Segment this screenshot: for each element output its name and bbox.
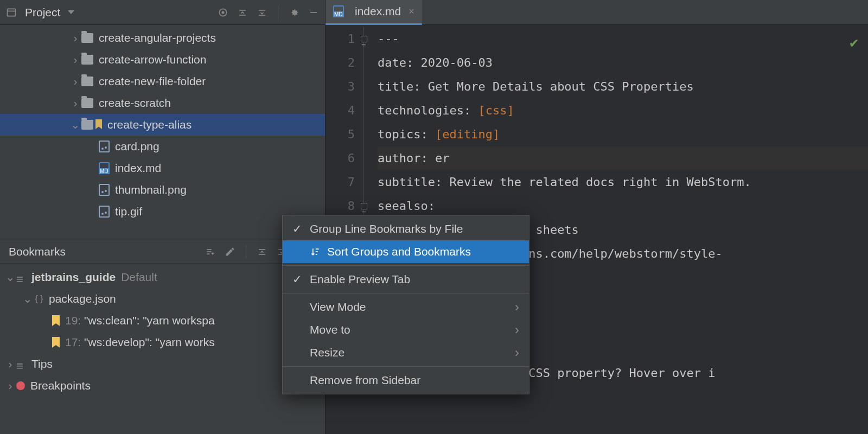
expand-all-icon[interactable] [256,246,268,258]
bookmark-line-text: "ws:clean": "yarn workspa [84,314,215,327]
fold-marker [363,146,373,170]
bookmark-file[interactable]: ⌄ { } package.json [0,288,325,310]
list-icon [16,273,27,282]
project-folder-item[interactable]: ›create-angular-projects [0,27,325,49]
code-line[interactable]: author: er [378,146,868,170]
menu-item-label: Enable Preview Tab [310,273,410,286]
bookmark-group-breakpoints[interactable]: › Breakpoints [0,375,325,397]
bookmark-group-name: jetbrains_guide [31,271,116,284]
code-line[interactable]: title: Get More Details about CSS Proper… [378,75,868,99]
menu-item-label: Sort Groups and Bookmarks [327,245,471,258]
chevron-right-icon[interactable]: › [4,358,16,371]
project-tree[interactable]: ›create-angular-projects›create-arrow-fu… [0,25,325,239]
line-number: 3 [326,75,355,99]
fold-marker [363,123,373,146]
menu-item-label: Remove from Sidebar [310,374,420,387]
select-opened-file-icon[interactable] [217,7,229,18]
fold-marker[interactable] [363,27,373,51]
bookmark-line-number: 17 [65,336,78,349]
collapse-all-icon[interactable] [256,7,268,18]
project-folder-item[interactable]: ›create-scratch [0,92,325,114]
menu-item[interactable]: Resize [283,341,529,364]
list-icon [16,360,27,368]
project-dropdown-icon[interactable] [68,10,74,14]
tree-item-label: create-new-file-folder [99,75,206,88]
markdown-file-icon [333,5,344,17]
project-folder-item[interactable]: ›create-new-file-folder [0,71,325,92]
project-file-item[interactable]: index.md [0,157,325,179]
chevron-right-icon[interactable]: › [4,379,16,392]
code-line[interactable]: date: 2020-06-03 [378,51,868,75]
code-line[interactable]: topics: [editing] [378,123,868,146]
chevron-down-icon[interactable]: ⌄ [4,271,16,284]
gear-icon[interactable] [288,7,300,18]
project-file-item[interactable]: tip.gif [0,201,325,222]
tree-item-label: index.md [115,162,161,175]
tree-item-label: thumbnail.png [115,183,187,196]
folder-icon [81,55,93,65]
json-file-icon: { } [34,293,44,305]
hide-icon[interactable] [308,7,320,18]
tree-item-label: create-angular-projects [99,31,216,44]
bookmark-file-name: package.json [49,292,116,305]
image-file-icon [99,141,110,152]
markdown-file-icon [99,162,110,174]
bookmarks-tree[interactable]: ⌄ jetbrains_guide Default ⌄ { } package.… [0,264,325,434]
chevron-right-icon[interactable]: › [69,97,81,110]
bookmarks-title[interactable]: Bookmarks [9,245,66,258]
project-folder-item[interactable]: ›create-arrow-function [0,49,325,71]
bookmark-line[interactable]: 19: "ws:clean": "yarn workspa [0,310,325,331]
menu-item[interactable]: Enable Preview Tab [283,268,529,291]
tab-label: index.md [355,5,401,18]
project-file-item[interactable]: card.png [0,136,325,157]
chevron-down-icon[interactable]: ⌄ [69,118,81,131]
inspection-ok-icon[interactable]: ✔ [850,30,858,54]
project-window-icon [5,7,17,18]
menu-item[interactable]: Move to [283,318,529,341]
bookmark-line-number: 19 [65,314,78,327]
bookmark-group-tips[interactable]: › Tips [0,353,325,375]
tree-item-label: create-type-alias [107,118,192,131]
fold-marker [363,51,373,75]
bookmark-group[interactable]: ⌄ jetbrains_guide Default [0,266,325,288]
bookmark-line[interactable]: 17: "ws:develop": "yarn works [0,331,325,353]
breakpoint-icon [16,381,25,390]
chevron-right-icon[interactable]: › [69,31,81,44]
svg-rect-0 [8,9,16,16]
chevron-right-icon[interactable]: › [69,75,81,88]
project-tool-title[interactable]: Project [25,6,60,19]
menu-item[interactable]: View Mode [283,296,529,318]
breakpoints-label: Breakpoints [30,379,91,392]
line-number: 7 [326,170,355,194]
toolbar-separator [278,6,278,19]
menu-item[interactable]: Remove from Sidebar [283,369,529,392]
project-folder-item[interactable]: ⌄create-type-alias [0,114,325,136]
close-icon[interactable]: × [409,6,414,17]
fold-marker [363,75,373,99]
menu-separator [283,293,529,293]
editor-tab[interactable]: index.md × [326,0,422,25]
code-line[interactable]: subtitle: Review the related docs right … [378,170,868,194]
menu-item-label: Move to [310,323,350,336]
menu-separator [283,265,529,266]
bookmarks-tool-header: Bookmarks [0,239,325,264]
menu-item[interactable]: Group Line Bookmarks by File [283,218,529,240]
code-line[interactable]: --- [378,27,868,51]
code-line[interactable]: technologies: [css] [378,99,868,123]
chevron-down-icon[interactable]: ⌄ [22,292,34,305]
folder-icon [81,120,93,130]
project-file-item[interactable]: thumbnail.png [0,179,325,201]
chevron-right-icon[interactable]: › [69,53,81,66]
fold-marker [363,99,373,123]
bookmark-group-badge: Default [121,271,157,284]
menu-item-label: View Mode [310,301,366,314]
expand-all-icon[interactable] [237,7,248,18]
line-number: 6 [326,146,355,170]
project-tool-header: Project [0,0,325,25]
edit-icon[interactable] [224,246,236,258]
editor-tab-bar: index.md × [326,0,868,25]
create-list-icon[interactable] [205,246,216,258]
bookmark-icon [52,337,60,348]
menu-item[interactable]: Sort Groups and Bookmarks [283,240,529,263]
line-number: 1 [326,27,355,51]
